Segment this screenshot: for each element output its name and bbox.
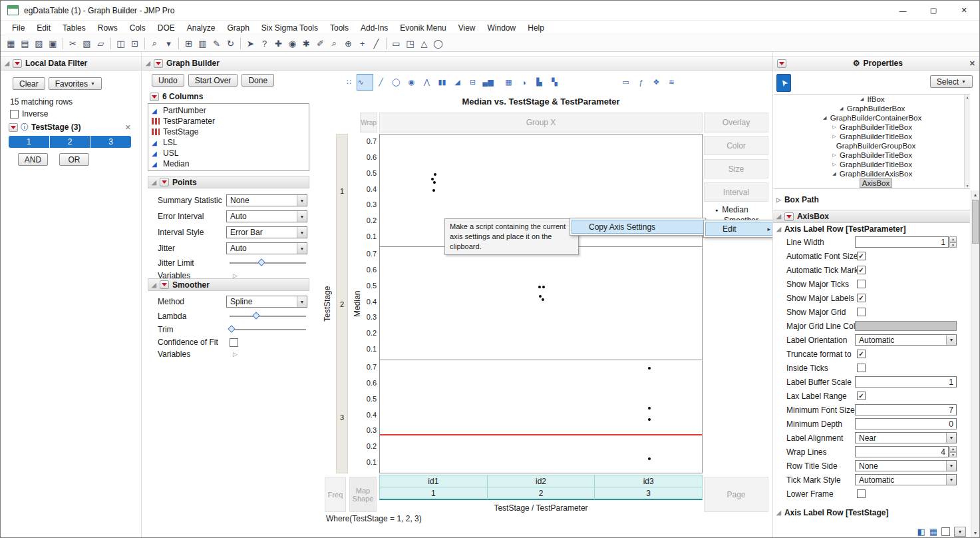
smoother-element-icon[interactable]: ∿: [357, 74, 373, 91]
red-triangle-icon[interactable]: [150, 93, 159, 101]
slider-jitter-limit[interactable]: [230, 258, 306, 268]
float-panel-icon[interactable]: ▦: [929, 527, 937, 537]
checkbox-lax-label-range[interactable]: ✓: [857, 392, 866, 400]
copy-icon[interactable]: ▧: [80, 37, 94, 50]
data-point[interactable]: [542, 286, 545, 288]
menu-item-cols[interactable]: Cols: [124, 21, 152, 35]
select-label-alignment[interactable]: Near▼: [855, 432, 957, 443]
ellipse-element-icon[interactable]: ◯: [389, 74, 404, 91]
globe-tool-icon[interactable]: ◉: [285, 37, 299, 50]
data-point[interactable]: [431, 178, 434, 180]
disclosure-closed-icon[interactable]: ▷: [776, 196, 781, 203]
line-element-icon[interactable]: ⋀: [419, 74, 434, 91]
slider-thumb[interactable]: [258, 258, 265, 266]
select-error-interval[interactable]: Auto▼: [226, 210, 307, 222]
freq-drop-zone[interactable]: Freq: [325, 477, 346, 512]
undo-button[interactable]: Undo: [152, 74, 184, 87]
spin-down-icon[interactable]: ▼: [949, 452, 957, 458]
scroll-down-icon[interactable]: ▼: [971, 529, 979, 537]
scroll-down-icon[interactable]: ▼: [966, 184, 969, 188]
magnifier-tool-icon[interactable]: ⌕: [327, 37, 341, 50]
spinner-wrap-lines[interactable]: ▲▼: [949, 446, 957, 457]
size-drop-zone[interactable]: Size: [704, 159, 768, 178]
data-point[interactable]: [648, 407, 651, 409]
save-icon[interactable]: ▣: [46, 37, 60, 50]
red-triangle-icon[interactable]: [154, 59, 163, 68]
collapse-icon[interactable]: ◢: [776, 213, 781, 220]
data-point[interactable]: [538, 286, 541, 288]
x-axis-label[interactable]: TestStage / TestParameter: [379, 503, 703, 513]
new-data-table-icon[interactable]: ▦: [4, 37, 18, 50]
data-point[interactable]: [542, 298, 544, 301]
frame-tool-icon[interactable]: ▭: [389, 37, 403, 50]
spin-up-icon[interactable]: ▲: [949, 446, 957, 452]
select-jitter[interactable]: Auto▼: [226, 242, 307, 254]
menu-item-add-ins[interactable]: Add-Ins: [355, 21, 394, 35]
scrollbar-thumb[interactable]: [972, 200, 979, 244]
data-point[interactable]: [539, 295, 542, 298]
menu-item-analyze[interactable]: Analyze: [181, 21, 222, 35]
lock-icon[interactable]: ⊡: [128, 37, 142, 50]
tree-expanded-icon[interactable]: ◢: [839, 106, 844, 111]
data-point[interactable]: [648, 367, 651, 370]
parallel-plot-element-icon[interactable]: ≋: [664, 74, 679, 91]
menu-item-tables[interactable]: Tables: [57, 21, 92, 35]
menu-item-evonik-menu[interactable]: Evonik Menu: [394, 21, 452, 35]
refresh-icon[interactable]: ↻: [224, 37, 238, 50]
data-point[interactable]: [648, 418, 651, 421]
menu-item-tools[interactable]: Tools: [324, 21, 355, 35]
axis-label-row-testparameter-header[interactable]: ◢ Axis Label Row [TestParameter]: [773, 224, 970, 234]
keep-open-checkbox[interactable]: [941, 527, 950, 536]
spin-up-icon[interactable]: ▲: [949, 236, 957, 242]
and-button[interactable]: AND: [18, 153, 48, 166]
polygon-tool-icon[interactable]: △: [417, 37, 431, 50]
paste-icon[interactable]: ▱: [94, 37, 108, 50]
overlay-drop-zone[interactable]: Overlay: [704, 113, 768, 133]
tree-expanded-icon[interactable]: ◢: [859, 97, 864, 102]
red-triangle-icon[interactable]: [160, 178, 169, 186]
menu-item-doe[interactable]: DOE: [152, 21, 181, 35]
box-path-header[interactable]: ▷ Box Path: [773, 195, 970, 204]
tree-expanded-icon[interactable]: ◢: [822, 115, 828, 121]
stage-label-1[interactable]: 1: [337, 187, 347, 195]
select-label-orientation[interactable]: Automatic▼: [855, 334, 957, 346]
column-item-teststage[interactable]: TestStage: [148, 127, 309, 137]
done-button[interactable]: Done: [242, 74, 274, 87]
favorites-button[interactable]: Favorites ▼: [49, 77, 102, 90]
menu-item-edit[interactable]: Edit ▸: [705, 222, 772, 236]
group-x-drop-zone[interactable]: Group X: [379, 113, 703, 133]
data-table-icon[interactable]: ⊞: [182, 37, 196, 50]
spin-down-icon[interactable]: ▼: [949, 242, 957, 248]
histogram-element-icon[interactable]: ▄▆: [480, 74, 496, 91]
scroll-up-icon[interactable]: ▲: [966, 95, 969, 99]
callout-tool-icon[interactable]: ◳: [403, 37, 417, 50]
menu-item-six-sigma-tools[interactable]: Six Sigma Tools: [255, 21, 324, 35]
checkbox-show-major-labels[interactable]: ✓: [857, 294, 866, 302]
tree-expanded-icon[interactable]: ◢: [832, 171, 837, 176]
line-tool-icon[interactable]: ╱: [369, 37, 383, 50]
checkbox-show-major-ticks[interactable]: [857, 280, 866, 288]
report-icon[interactable]: ▥: [196, 37, 210, 50]
checkbox-automatic-tick-marks[interactable]: ✓: [857, 266, 866, 274]
red-triangle-icon[interactable]: [784, 212, 794, 221]
menu-item-edit[interactable]: Edit: [31, 21, 57, 35]
red-triangle-icon[interactable]: [777, 59, 786, 68]
axis-label-row-teststage-header[interactable]: ◢ Axis Label Row [TestStage]: [773, 508, 970, 517]
contour-element-icon[interactable]: ◉: [404, 74, 419, 91]
red-triangle-icon[interactable]: [160, 280, 169, 289]
slider-thumb[interactable]: [228, 325, 236, 332]
checkbox-lower-frame[interactable]: [857, 489, 866, 498]
new-journal-icon[interactable]: ▤: [18, 37, 32, 50]
plot-panel-stage-3[interactable]: 0.70.60.50.40.30.20.1: [379, 360, 703, 473]
wrap-drop-zone[interactable]: Wrap: [360, 113, 377, 133]
open-icon[interactable]: ▨: [32, 37, 46, 50]
tree-node-axisbox[interactable]: AxisBox: [774, 178, 970, 188]
stage-label-2[interactable]: 2: [337, 300, 347, 308]
plot-panel-stage-2[interactable]: 0.70.60.50.40.30.20.1: [379, 247, 703, 360]
search-icon[interactable]: ⌕: [148, 37, 162, 50]
selector-tool-button[interactable]: ➤: [776, 74, 791, 92]
field-wrap-lines[interactable]: 4: [855, 446, 949, 457]
filter-value-3[interactable]: 3: [90, 136, 131, 148]
menu-item-graph[interactable]: Graph: [221, 21, 255, 35]
remove-filter-icon[interactable]: ✕: [125, 123, 131, 132]
